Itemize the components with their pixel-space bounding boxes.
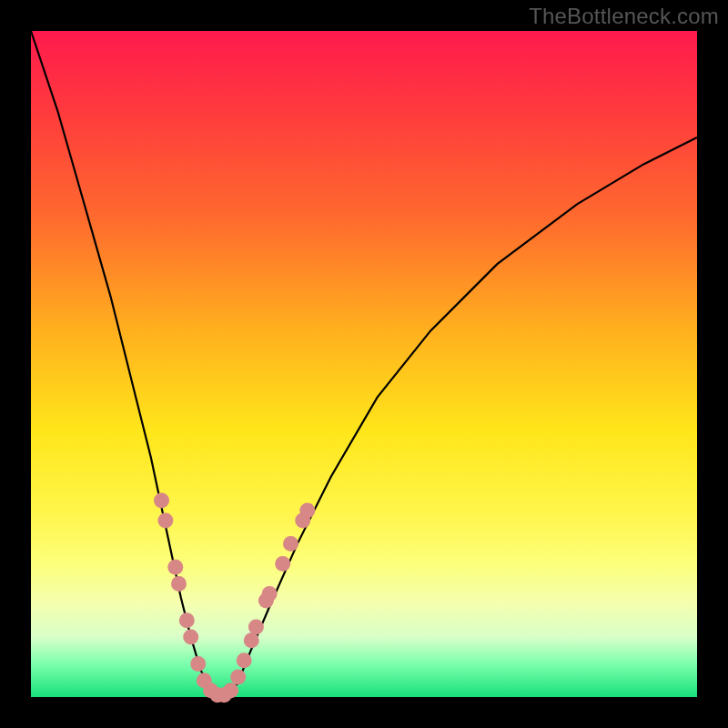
plot-area: [31, 31, 697, 697]
attribution-text: TheBottleneck.com: [529, 4, 719, 29]
curve-marker: [283, 536, 298, 551]
curve-marker: [299, 503, 315, 519]
curve-marker: [171, 576, 187, 592]
curve-marker: [223, 682, 238, 698]
curve-marker: [183, 630, 198, 645]
curve-marker: [179, 612, 195, 628]
curve-marker: [275, 556, 290, 571]
chart-svg: [31, 31, 697, 697]
outer-frame: TheBottleneck.com: [0, 0, 728, 728]
curve-marker: [154, 493, 169, 509]
bottleneck-curve: [31, 31, 697, 697]
curve-marker: [244, 632, 259, 648]
curve-marker: [167, 560, 183, 575]
curve-marker: [237, 652, 252, 668]
curve-marker: [248, 620, 264, 635]
curve-markers: [154, 493, 315, 703]
curve-marker: [230, 670, 246, 685]
curve-marker: [262, 586, 278, 602]
curve-marker: [157, 513, 173, 529]
curve-marker: [190, 656, 206, 672]
